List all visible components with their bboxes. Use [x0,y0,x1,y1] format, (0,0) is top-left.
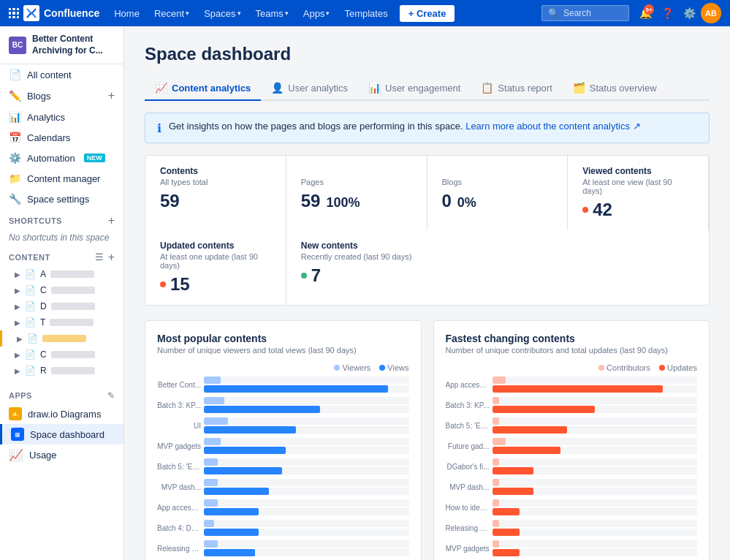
content-item-r[interactable]: ▶ 📄 R [0,363,123,379]
create-button[interactable]: + Create [400,5,455,22]
blurred-label [51,287,95,294]
content-item-c1[interactable]: ▶ 📄 C [0,282,123,298]
chevron-icon: ▶ [15,287,20,295]
bar-row: Batch 5: 'Eng... [157,458,409,474]
bar-row: How to identif... [446,499,698,515]
sidebar-item-analytics[interactable]: 📊 Analytics [0,107,123,127]
bar-row: MVP gadgets [446,540,698,556]
tab-user-analytics[interactable]: 👤 User analytics [261,76,358,101]
content-item-yellow[interactable]: ▶ 📄 [0,330,123,347]
notifications-button[interactable]: 🔔 9+ [635,3,655,23]
sidebar-item-automation[interactable]: ⚙️ Automation NEW [0,148,123,168]
bar-row: Better Cont... [157,377,409,393]
sidebar-item-space-dashboard[interactable]: ▦ Space dashboard [0,424,123,444]
stat-contents: Contents All types total 59 [145,156,286,230]
updates-legend-dot [659,365,665,371]
page-icon: 📄 [25,269,36,279]
bar-row: Batch 3: KP... [157,397,409,413]
bar-row: MVP dash... [157,479,409,495]
sidebar-item-space-settings[interactable]: 🔧 Space settings [0,189,123,209]
user-engagement-icon: 📊 [368,82,381,94]
bar-row: MVP dash... [446,479,698,495]
info-icon: ℹ [157,121,161,135]
help-button[interactable]: ❓ [657,3,677,23]
sidebar-item-drawio[interactable]: d. draw.io Diagrams [0,404,123,424]
content-item-a[interactable]: ▶ 📄 A [0,266,123,282]
viewers-legend-dot [334,365,340,371]
tab-user-engagement[interactable]: 📊 User engagement [358,76,471,101]
space-name: Better Content Archiving for C... [32,34,115,56]
fastest-chart: Fastest changing contents Number of uniq… [433,320,710,560]
sidebar-item-blogs[interactable]: ✏️ Blogs + [0,85,123,107]
content-manager-icon: 📁 [9,173,21,184]
add-shortcut-button[interactable]: + [108,215,115,227]
popular-bar-chart: Better Cont... Batch 3: KP... UI MVP gad… [157,377,409,560]
tab-status-report[interactable]: 📋 Status report [471,76,562,101]
blurred-label [51,367,95,374]
space-header[interactable]: BC Better Content Archiving for C... [0,26,123,64]
blurred-label [50,270,94,278]
sidebar-item-all-content[interactable]: 📄 All content [0,64,123,85]
sidebar-item-content-manager[interactable]: 📁 Content manager [0,168,123,189]
chevron-icon: ▶ [15,367,20,375]
bar-row: Releasing a... [157,540,409,556]
grid-icon [9,8,19,18]
status-report-icon: 📋 [481,82,493,94]
settings-button[interactable]: ⚙️ [679,3,699,23]
filter-content-button[interactable]: ☰ [95,251,104,263]
blogs-icon: ✏️ [9,90,21,102]
page-icon: 📄 [25,366,36,376]
nav-templates[interactable]: Templates [338,5,393,22]
bar-row: UI [157,417,409,434]
sidebar-item-calendars[interactable]: 📅 Calendars [0,127,123,148]
nav-apps[interactable]: Apps▾ [297,5,336,22]
user-avatar[interactable]: AB [701,3,721,23]
page-icon: 📄 [25,349,36,360]
drawio-icon: d. [9,407,22,420]
notification-badge: 9+ [644,4,654,15]
user-analytics-icon: 👤 [271,82,284,94]
content-section-label: CONTENT [9,253,50,262]
tab-status-overview[interactable]: 🗂️ Status overview [563,76,667,101]
blurred-label [51,351,95,358]
tab-content-analytics[interactable]: 📈 Content analytics [145,76,261,101]
bar-row: Releasing a... [446,520,698,536]
content-item-d[interactable]: ▶ 📄 D [0,298,123,314]
add-blog-button[interactable]: + [108,89,115,102]
blurred-label [51,303,95,310]
page-icon: 📄 [27,333,38,344]
bar-row: Batch 4: Dat... [157,520,409,536]
learn-more-link[interactable]: Learn more about the content analytics ↗ [465,121,640,132]
bar-row: Batch 5: 'Eng... [446,417,698,434]
calendars-icon: 📅 [9,132,21,143]
app-logo[interactable]: Confluence [9,5,99,21]
page-icon: 📄 [25,317,36,328]
content-item-t[interactable]: ▶ 📄 T [0,314,123,330]
analytics-icon: 📊 [9,111,21,123]
chevron-icon: ▶ [17,335,23,343]
stat-viewed-contents: Viewed contents At least one view (last … [568,156,709,230]
shortcuts-empty-message: No shortcuts in this space [0,230,123,246]
edit-apps-button[interactable]: ✎ [107,390,115,401]
contributors-legend-dot [598,365,604,371]
content-item-c2[interactable]: ▶ 📄 C [0,347,123,363]
chevron-icon: ▶ [15,351,20,359]
sidebar: BC Better Content Archiving for C... 📄 A… [0,26,124,560]
sidebar-item-usage[interactable]: 📈 Usage [0,444,123,466]
charts-row: Most popular contents Number of unique v… [145,320,710,560]
search-box[interactable]: 🔍 Search [541,5,629,21]
nav-home[interactable]: Home [108,5,145,22]
chevron-icon: ▶ [15,303,20,311]
all-content-icon: 📄 [9,69,21,80]
nav-recent[interactable]: Recent▾ [148,5,195,22]
fastest-bar-chart: App access ... Batch 3: KP... Batch 5: '… [446,377,698,560]
apps-section-label: APPS [9,391,32,400]
nav-teams[interactable]: Teams▾ [250,5,294,22]
stat-pages: x Pages 59 100% [286,156,427,230]
usage-icon: 📈 [9,448,23,462]
nav-spaces[interactable]: Spaces▾ [198,5,246,22]
bar-row: MVP gadgets [157,438,409,454]
chevron-icon: ▶ [15,319,20,327]
bar-row: Future gad... [446,438,698,454]
add-content-button[interactable]: + [108,251,115,263]
